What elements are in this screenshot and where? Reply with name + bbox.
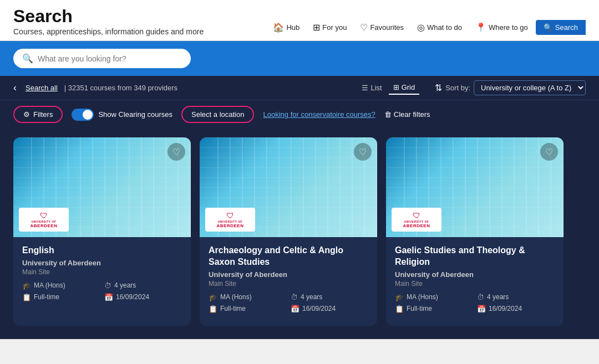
course-title: Archaeology and Celtic & Anglo Saxon Stu… (209, 245, 368, 268)
date-detail: 📅 16/09/2024 (477, 305, 555, 313)
mode-detail: 📋 Full-time (209, 305, 286, 313)
filter-icon: ⚙ (23, 110, 30, 119)
cap-icon: 🎓 (395, 293, 404, 301)
nav-hub[interactable]: 🏠 Hub (267, 19, 305, 36)
grid-view-icon: ⊞ (393, 83, 399, 91)
qualification-detail: 🎓 MA (Hons) (209, 293, 286, 301)
card-body: Gaelic Studies and Theology & Religion U… (386, 237, 564, 326)
favourite-button[interactable]: ♡ (540, 143, 558, 161)
view-toggle: ☰ List ⊞ Grid (357, 81, 419, 95)
nav-favourites[interactable]: ♡ Favourites (354, 19, 409, 36)
clearing-toggle-label: Show Clearing courses (98, 110, 172, 119)
site-name: Main Site (395, 280, 555, 288)
card-image: ♡ 🛡 UNIVERSITY OF ABERDEEN (200, 137, 377, 237)
nav-where-to-go[interactable]: 📍 Where to go (470, 19, 534, 36)
nav-what-to-do[interactable]: ◎ What to do (412, 19, 468, 36)
clearing-toggle[interactable] (72, 109, 94, 121)
shield-icon: 🛡 (413, 211, 420, 220)
card-body: Archaeology and Celtic & Anglo Saxon Stu… (200, 237, 377, 326)
course-card[interactable]: ♡ 🛡 UNIVERSITY OF ABERDEEN English Unive… (13, 137, 191, 326)
cards-container: ♡ 🛡 UNIVERSITY OF ABERDEEN English Unive… (0, 129, 599, 339)
calendar-icon: 📅 (104, 293, 113, 301)
grid-view-btn[interactable]: ⊞ Grid (389, 81, 420, 95)
list-view-label: List (370, 84, 382, 92)
university-logo: 🛡 UNIVERSITY OF ABERDEEN (392, 208, 441, 232)
calendar-icon: 📅 (291, 305, 300, 313)
filters-button[interactable]: ⚙ Filters (13, 106, 63, 123)
mode-icon: 📋 (395, 305, 404, 313)
main-nav: 🏠 Hub ⊞ For you ♡ Favourites ◎ What to d… (267, 19, 586, 36)
trash-icon: 🗑 (384, 110, 392, 119)
list-icon: ☰ (362, 84, 368, 92)
course-title: English (22, 245, 182, 257)
search-input[interactable] (38, 54, 176, 63)
clear-filters-button[interactable]: 🗑 Clear filters (384, 110, 430, 119)
mode-icon: 📋 (22, 293, 31, 301)
sort-section: ⇅ Sort by: University or college (A to Z… (435, 80, 586, 95)
search-input-icon: 🔍 (22, 53, 33, 64)
qualification-value: MA (Hons) (34, 281, 65, 289)
page-title: Search (13, 7, 204, 26)
header-top: Search Courses, apprenticeships, informa… (0, 0, 599, 41)
mode-value: Full-time (407, 305, 432, 312)
site-name: Main Site (22, 268, 182, 276)
card-body: English University of Aberdeen Main Site… (13, 237, 191, 326)
sort-select[interactable]: University or college (A to Z) (474, 80, 586, 95)
course-card[interactable]: ♡ 🛡 UNIVERSITY OF ABERDEEN Gaelic Studie… (386, 137, 564, 326)
location-button[interactable]: Select a location (181, 106, 254, 123)
search-bar-section: 🔍 (0, 41, 599, 76)
grid-view-label: Grid (402, 83, 415, 91)
mode-value: Full-time (34, 293, 59, 301)
header-title-block: Search Courses, apprenticeships, informa… (13, 7, 204, 36)
back-button[interactable]: ‹ (13, 82, 17, 94)
course-card[interactable]: ♡ 🛡 UNIVERSITY OF ABERDEEN Archaeology a… (200, 137, 377, 326)
duration-detail: ⏱ 4 years (477, 293, 555, 301)
site-name: Main Site (209, 280, 368, 288)
nav-search[interactable]: 🔍 Search (536, 20, 586, 35)
qualification-detail: 🎓 MA (Hons) (22, 281, 100, 290)
date-value: 16/09/2024 (489, 305, 522, 312)
list-view-btn[interactable]: ☰ List (357, 81, 386, 94)
shield-icon: 🛡 (40, 211, 48, 220)
nav-where-to-go-label: Where to go (489, 23, 528, 32)
date-detail: 📅 16/09/2024 (291, 305, 368, 313)
duration-value: 4 years (114, 281, 136, 289)
nav-hub-label: Hub (286, 23, 300, 32)
card-details: 🎓 MA (Hons) ⏱ 4 years 📋 Full-time 📅 16/0… (22, 281, 182, 301)
favourite-button[interactable]: ♡ (167, 143, 185, 161)
logo-text-main: ABERDEEN (403, 223, 430, 228)
circle-icon: ◎ (417, 22, 425, 33)
qualification-value: MA (Hons) (407, 293, 438, 301)
filters-button-label: Filters (33, 110, 53, 119)
toolbar-row: ‹ Search all | 32351 courses from 349 pr… (0, 76, 599, 100)
sort-icon: ⇅ (435, 83, 442, 93)
results-count: | 32351 courses from 349 providers (64, 84, 177, 92)
mode-value: Full-time (220, 305, 246, 312)
card-details: 🎓 MA (Hons) ⏱ 4 years 📋 Full-time 📅 16/0… (395, 293, 555, 313)
search-all-link[interactable]: Search all (26, 84, 58, 92)
cap-icon: 🎓 (209, 293, 217, 301)
duration-detail: ⏱ 4 years (104, 281, 182, 290)
location-button-label: Select a location (191, 110, 244, 119)
clock-icon: ⏱ (477, 293, 484, 301)
conservatoire-link[interactable]: Looking for conservatoire courses? (263, 110, 375, 119)
duration-value: 4 years (487, 293, 509, 301)
cap-icon: 🎓 (22, 281, 31, 290)
clearing-toggle-wrapper: Show Clearing courses (72, 109, 172, 121)
nav-what-to-do-label: What to do (427, 23, 462, 32)
clock-icon: ⏱ (291, 293, 298, 301)
duration-detail: ⏱ 4 years (291, 293, 368, 301)
university-name: University of Aberdeen (22, 259, 182, 267)
nav-for-you[interactable]: ⊞ For you (307, 19, 352, 36)
calendar-icon: 📅 (477, 305, 486, 313)
favourite-button[interactable]: ♡ (354, 143, 372, 161)
toggle-thumb (83, 110, 93, 120)
home-icon: 🏠 (273, 22, 284, 33)
course-title: Gaelic Studies and Theology & Religion (395, 245, 555, 268)
duration-value: 4 years (301, 293, 322, 301)
date-detail: 📅 16/09/2024 (104, 293, 182, 301)
card-image: ♡ 🛡 UNIVERSITY OF ABERDEEN (13, 137, 191, 237)
card-image: ♡ 🛡 UNIVERSITY OF ABERDEEN (386, 137, 564, 237)
university-name: University of Aberdeen (209, 270, 368, 279)
date-value: 16/09/2024 (302, 305, 336, 312)
